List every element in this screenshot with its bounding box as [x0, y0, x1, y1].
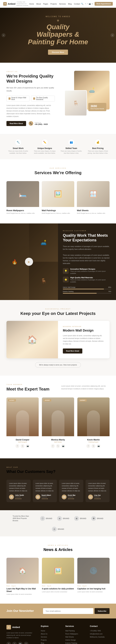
footer-link-blog[interactable]: Blog	[41, 642, 60, 644]
kevin-facebook[interactable]: f	[86, 444, 90, 448]
hero-prev-button[interactable]: ‹	[1, 33, 5, 37]
team-card-kevin: EXPERT Kevin Martin Painting Expert f 𝕏 …	[77, 398, 110, 450]
quality-left: 🔥 🛋️ 🪑 ▶	[0, 224, 58, 300]
exterior-progress-bar	[63, 293, 111, 294]
david-instagram[interactable]: 📷	[26, 444, 30, 448]
footer-twitter-btn[interactable]: 𝕏	[6, 642, 11, 644]
david-twitter[interactable]: 𝕏	[21, 444, 24, 448]
hero-fleur-icon: ⚜	[28, 19, 88, 22]
brand-3: ◉ BRAND	[74, 516, 86, 521]
footer-contact-title: Contact	[90, 625, 110, 627]
phone-icon: 📞	[29, 121, 33, 126]
testimonial-4-stars: ★★★★★	[94, 498, 101, 500]
highquality-text: High Quality Wall Materials There are ma…	[70, 276, 111, 283]
service-wall-paintings-title: Wall Paintings	[42, 209, 74, 212]
hero-next-button[interactable]: ›	[111, 33, 115, 37]
nav-pages[interactable]: Pages	[43, 3, 48, 5]
feature-skilled-team: 👥 Skilled Team There are many shapes of …	[60, 139, 83, 154]
service-room-wallpapers: 🛏️ Room Wallpapers Morbi feugiat lacus a…	[6, 181, 39, 216]
monica-role: Wall Painter	[44, 441, 72, 443]
twitter-icon[interactable]: 𝕏	[85, 3, 86, 5]
services-grid: 🛏️ Room Wallpapers Morbi feugiat lacus a…	[6, 181, 110, 216]
nav-projects[interactable]: Projects	[50, 3, 57, 5]
quality-desc: There are many variations of passages of…	[63, 245, 111, 250]
header-email: info@ambed.com	[16, 3, 28, 4]
play-button[interactable]: ▶	[25, 258, 33, 266]
nav-services[interactable]: Services	[59, 3, 66, 5]
news-label: NEWS & ARTICLES	[6, 544, 110, 546]
footer-service-wallpapers[interactable]: Room Wallpapers	[65, 633, 85, 635]
footer-service-sheets[interactable]: Wall Sheets	[65, 636, 85, 638]
book-appointment-button[interactable]: Book Appointment	[95, 2, 113, 6]
footer-contact-email[interactable]: info@ambed.com	[90, 633, 110, 635]
testimonial-3-stars: ★★★★★	[68, 498, 76, 500]
testimonial-4-author: LJ Lisa Joe Customer ★★★★★	[88, 494, 107, 500]
monica-twitter[interactable]: 𝕏	[56, 444, 60, 448]
testimonials-label: WHAT OUR	[6, 466, 110, 468]
highquality-icon: ⭐	[63, 276, 69, 282]
footer-link-services[interactable]: Services	[41, 636, 60, 638]
footer-service-interior[interactable]: Interior Design	[65, 639, 85, 641]
unique-designs-desc: There are many shapes of unique works av…	[33, 150, 56, 154]
nav-blog[interactable]: Blog	[68, 3, 72, 5]
newsletter-email-input[interactable]	[43, 608, 93, 614]
team-title: Meet the Expert Team	[6, 387, 49, 392]
secondary-image-placeholder: 🪑	[65, 91, 87, 116]
footer-contact-links: +78 (956) 7845 info@ambed.com Melbourne,…	[90, 630, 110, 638]
linkedin-icon[interactable]: in	[92, 3, 93, 5]
monica-social: f 𝕏 📷	[44, 444, 72, 448]
feature-best-pricing: 💰 Best Pricing There are many shapes of …	[86, 139, 110, 154]
nav-home[interactable]: Home	[29, 3, 34, 5]
nav-contact[interactable]: Contact	[74, 3, 80, 5]
footer-service-painting[interactable]: Wall Painting	[65, 630, 85, 632]
nav-about[interactable]: About	[36, 3, 41, 5]
discover-button[interactable]: Discover More	[48, 50, 68, 55]
footer-link-about[interactable]: About Us	[41, 633, 60, 635]
services-title: Services We're Offering	[6, 170, 110, 175]
footer-linkedin-btn[interactable]: in	[24, 642, 28, 644]
footer-link-home[interactable]: Home	[41, 630, 60, 632]
kevin-twitter[interactable]: 𝕏	[92, 444, 95, 448]
subscribe-button[interactable]: Subscribe	[95, 608, 110, 614]
kevin-info: Kevin Martin Painting Expert f 𝕏 📷	[77, 436, 110, 450]
news-2-desc: Lorem ipsum dolor sit amet consectetur	[42, 591, 74, 593]
testimonial-1-stars: ★★★★★	[15, 498, 24, 500]
hero-section: ‹ WELCOME TO AMBED ⚜ Quality Wallpapers …	[0, 8, 116, 63]
instagram-icon[interactable]: 📷	[89, 3, 91, 5]
monica-facebook[interactable]: f	[51, 444, 55, 448]
testimonial-4-avatar: LJ	[88, 494, 93, 500]
footer-explore-col: Explore Home About Us Services Projects …	[41, 625, 60, 644]
kevin-social: f 𝕏 📷	[80, 444, 107, 448]
project-featured-desc: Lorem ipsum dolor sit amet, consectetur …	[63, 334, 105, 345]
kevin-instagram[interactable]: 📷	[97, 444, 101, 448]
news-3-desc: Lorem ipsum dolor sit amet consectetur	[77, 591, 110, 593]
hero-content: WELCOME TO AMBED ⚜ Quality Wallpapers & …	[28, 16, 88, 55]
quality-desc2: There are many variations of passages of…	[63, 254, 111, 265]
footer-link-projects[interactable]: Projects	[41, 639, 60, 641]
footer-instagram-btn[interactable]: 📷	[18, 642, 22, 644]
projects-label: SUCCESSFUL PROJECT	[6, 308, 110, 310]
brand-5-name: BRAND	[58, 528, 64, 530]
david-facebook[interactable]: f	[15, 444, 19, 448]
footer-service-exterior[interactable]: Exterior Painting	[65, 642, 85, 644]
read-more-button[interactable]: Read More About	[6, 121, 26, 126]
facebook-icon[interactable]: f	[87, 3, 88, 5]
kevin-silhouette	[87, 410, 100, 436]
news-3-meta: Room Aug 18	[77, 585, 110, 587]
brand-3-logo: ◉	[74, 516, 79, 521]
view-project-button[interactable]: Read More Detail	[63, 348, 82, 354]
quality-feature-highquality: ⭐ High Quality Wall Materials There are …	[63, 276, 111, 283]
logo[interactable]: ⚜ Ambed	[3, 2, 15, 6]
quality-features: 💡 Innovative Wallpaper Designs There are…	[63, 268, 111, 283]
testimonials-grid: Lorem ipsum dolor sit amet, consectetur …	[6, 480, 110, 502]
more-projects-button[interactable]: We're always ready to serve you. View mo…	[35, 362, 81, 368]
footer-facebook-btn[interactable]: f	[12, 642, 17, 644]
exterior-label-text: Exterior Painting	[63, 291, 73, 292]
quality-right: MASSAGE CUSTOMER Quality Work That Meets…	[58, 224, 116, 300]
footer-contact-phone[interactable]: +78 (956) 7845	[90, 630, 110, 632]
testimonial-1-avatar: JS	[9, 494, 14, 500]
testimonial-1-quote: Lorem ipsum dolor sit amet, consectetur …	[9, 482, 28, 492]
search-icon[interactable]: 🔍	[81, 3, 84, 5]
monica-instagram[interactable]: 📷	[61, 444, 65, 448]
brand-2: ◈ BRAND	[57, 516, 69, 521]
